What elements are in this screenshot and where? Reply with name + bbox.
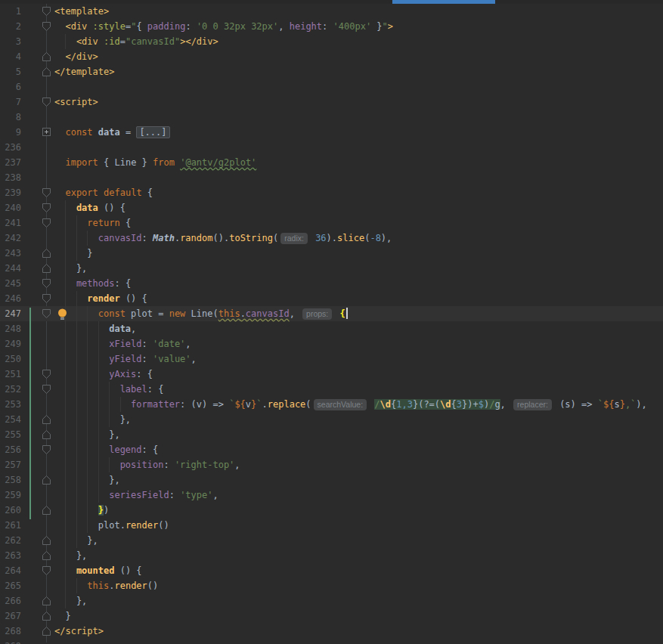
gutter[interactable]: 241 [0,215,51,231]
code-line[interactable]: 252label: { [0,382,663,397]
line-number[interactable]: 239 [5,185,21,200]
code-text[interactable]: export default { [51,185,663,200]
line-number[interactable]: 245 [5,276,21,291]
fold-marker-expanded-icon[interactable] [42,551,51,560]
gutter[interactable]: 255 [0,427,51,442]
code-text[interactable]: </div> [51,49,663,64]
code-text[interactable]: }, [51,412,663,427]
line-number[interactable]: 247 [5,306,21,321]
line-number[interactable]: 249 [5,336,21,351]
code-line[interactable]: 262}, [0,533,663,548]
code-text[interactable]: }, [51,593,663,608]
code-line[interactable]: 249xField: 'date', [0,336,663,351]
code-line[interactable]: 264mounted () { [0,563,663,578]
code-line[interactable]: 251yAxis: { [0,367,663,382]
intention-bulb-icon[interactable] [57,308,67,320]
code-line[interactable]: 4</div> [0,49,663,64]
code-line[interactable]: 7<script> [0,94,663,110]
line-number[interactable]: 254 [5,412,21,427]
line-number[interactable]: 259 [5,488,21,503]
code-text[interactable]: </template> [51,64,663,79]
gutter[interactable]: 239 [0,185,51,200]
folded-region[interactable]: [...] [136,126,169,138]
code-text[interactable] [51,170,663,185]
gutter[interactable]: 269 [0,639,51,644]
line-number[interactable]: 262 [5,533,21,548]
gutter[interactable]: 244 [0,261,51,276]
line-number[interactable]: 5 [16,64,21,79]
code-text[interactable]: formatter: (v) => `${v}`.replace(searchV… [51,397,663,412]
fold-marker-expanded-icon[interactable] [42,370,51,379]
gutter[interactable]: 245 [0,276,51,291]
fold-marker-expanded-icon[interactable] [42,536,51,545]
code-line[interactable]: 2<div :style="{ padding: '0 0 32px 32px'… [0,19,663,34]
gutter[interactable]: 261 [0,518,51,533]
fold-marker-expanded-icon[interactable] [42,385,51,394]
code-line[interactable]: 240data () { [0,200,663,215]
code-text[interactable]: }, [51,472,663,488]
code-line[interactable]: 256legend: { [0,442,663,457]
gutter[interactable]: 2 [0,19,51,34]
code-text[interactable]: mounted () { [51,563,663,578]
fold-marker-expanded-icon[interactable] [42,52,51,61]
line-number[interactable]: 255 [5,427,21,442]
gutter[interactable]: 253 [0,397,51,412]
line-number[interactable]: 2 [16,19,21,34]
code-text[interactable]: } [51,246,663,261]
gutter[interactable]: 256 [0,442,51,457]
code-line[interactable]: 266}, [0,593,663,608]
code-text[interactable]: } [51,608,663,624]
line-number[interactable]: 9 [16,125,21,140]
fold-marker-expanded-icon[interactable] [42,445,51,454]
gutter[interactable]: 246 [0,291,51,306]
code-text[interactable]: return { [51,215,663,231]
code-text[interactable] [51,140,663,155]
code-text[interactable]: render () { [51,291,663,306]
line-number[interactable]: 251 [5,367,21,382]
code-line[interactable]: 268</script> [0,624,663,639]
code-text[interactable]: position: 'right-top', [51,457,663,472]
code-text[interactable]: </script> [51,624,663,639]
code-line[interactable]: 6 [0,79,663,94]
code-text[interactable]: import { Line } from '@antv/g2plot' [51,155,663,170]
code-line[interactable]: 259seriesField: 'type', [0,488,663,503]
code-line[interactable]: 245methods: { [0,276,663,291]
gutter[interactable]: 240 [0,200,51,215]
fold-marker-expanded-icon[interactable] [42,67,51,76]
gutter[interactable]: 249 [0,336,51,351]
code-text[interactable]: const data = [...] [51,125,663,140]
code-text[interactable]: seriesField: 'type', [51,488,663,503]
code-text[interactable]: const plot = new Line(this.canvasId, pro… [51,306,663,321]
code-line[interactable]: 257position: 'right-top', [0,457,663,472]
fold-marker-expanded-icon[interactable] [42,98,51,107]
code-text[interactable]: <template> [51,4,663,19]
gutter[interactable]: 248 [0,321,51,336]
gutter[interactable]: 251 [0,367,51,382]
line-number[interactable]: 267 [5,608,21,624]
line-number[interactable]: 4 [16,49,21,64]
line-number[interactable]: 1 [16,4,21,19]
gutter[interactable]: 260 [0,503,51,518]
line-number[interactable]: 252 [5,382,21,397]
gutter[interactable]: 5 [0,64,51,79]
line-number[interactable]: 256 [5,442,21,457]
line-number[interactable]: 241 [5,215,21,231]
gutter[interactable]: 264 [0,563,51,578]
code-line[interactable]: 250yField: 'value', [0,351,663,367]
line-number[interactable]: 246 [5,291,21,306]
gutter[interactable]: 3 [0,34,51,49]
code-text[interactable]: methods: { [51,276,663,291]
gutter[interactable]: 7 [0,94,51,110]
line-number[interactable]: 257 [5,457,21,472]
code-line[interactable]: 247const plot = new Line(this.canvasId, … [0,306,663,321]
code-text[interactable]: canvasId: Math.random().toString(radix: … [51,231,663,246]
fold-marker-expanded-icon[interactable] [42,22,51,31]
gutter[interactable]: 262 [0,533,51,548]
line-number[interactable]: 6 [16,79,21,94]
gutter[interactable]: 257 [0,457,51,472]
code-line[interactable]: 253formatter: (v) => `${v}`.replace(sear… [0,397,663,412]
code-line[interactable]: 258}, [0,472,663,488]
code-text[interactable]: yField: 'value', [51,351,663,367]
code-line[interactable]: 3<div :id="canvasId"></div> [0,34,663,49]
fold-marker-expanded-icon[interactable] [42,218,51,228]
